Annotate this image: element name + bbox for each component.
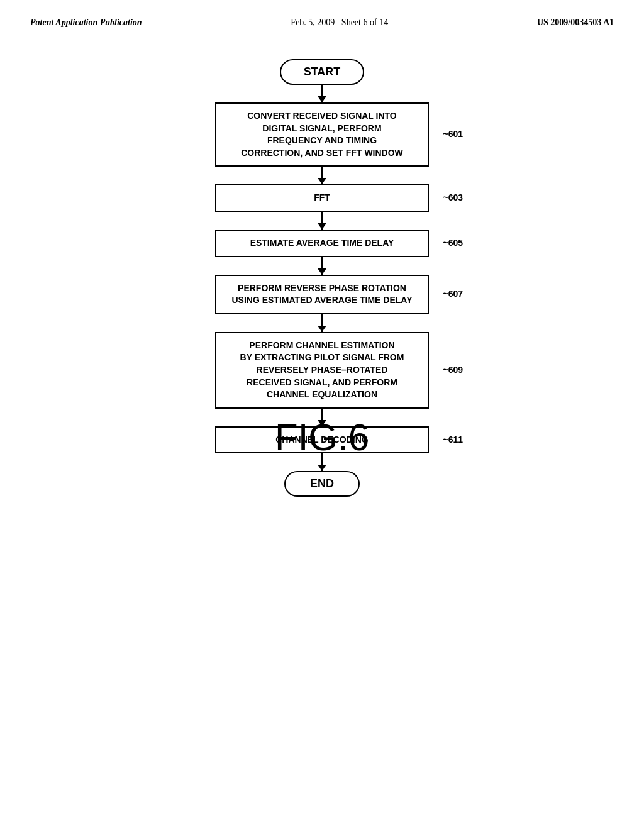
ref-605: ~605 bbox=[443, 237, 463, 250]
arrow-2 bbox=[321, 167, 323, 184]
end-node: END bbox=[284, 471, 360, 497]
box-603: FFT ~603 bbox=[215, 184, 429, 212]
ref-607: ~607 bbox=[443, 288, 463, 301]
header: Patent Application Publication Feb. 5, 2… bbox=[0, 0, 644, 28]
box-605-wrapper: ESTIMATE AVERAGE TIME DELAY ~605 bbox=[215, 230, 429, 257]
box-601: CONVERT RECEIVED SIGNAL INTODIGITAL SIGN… bbox=[215, 102, 429, 167]
header-center: Feb. 5, 2009 Sheet 6 of 14 bbox=[291, 18, 388, 28]
arrow-5 bbox=[321, 314, 323, 332]
ref-609: ~609 bbox=[443, 364, 463, 377]
arrow-3 bbox=[321, 212, 323, 230]
ref-611: ~611 bbox=[443, 434, 463, 446]
box-603-wrapper: FFT ~603 bbox=[215, 184, 429, 212]
arrow-1 bbox=[321, 85, 323, 102]
end-pill: END bbox=[284, 471, 360, 497]
box-607: PERFORM REVERSE PHASE ROTATIONUSING ESTI… bbox=[215, 275, 429, 314]
box-609: PERFORM CHANNEL ESTIMATIONBY EXTRACTING … bbox=[215, 332, 429, 409]
box-601-wrapper: CONVERT RECEIVED SIGNAL INTODIGITAL SIGN… bbox=[215, 102, 429, 167]
start-pill: START bbox=[280, 59, 365, 85]
ref-603: ~603 bbox=[443, 192, 463, 204]
box-609-wrapper: PERFORM CHANNEL ESTIMATIONBY EXTRACTING … bbox=[215, 332, 429, 409]
box-605: ESTIMATE AVERAGE TIME DELAY ~605 bbox=[215, 230, 429, 257]
header-right: US 2009/0034503 A1 bbox=[537, 18, 614, 28]
ref-601: ~601 bbox=[443, 128, 463, 141]
start-node: START bbox=[280, 59, 365, 85]
diagram-container: START CONVERT RECEIVED SIGNAL INTODIGITA… bbox=[0, 59, 644, 497]
figure-label: FIG.6 bbox=[275, 416, 369, 459]
header-left: Patent Application Publication bbox=[30, 18, 142, 28]
arrow-4 bbox=[321, 257, 323, 275]
box-607-wrapper: PERFORM REVERSE PHASE ROTATIONUSING ESTI… bbox=[215, 275, 429, 314]
